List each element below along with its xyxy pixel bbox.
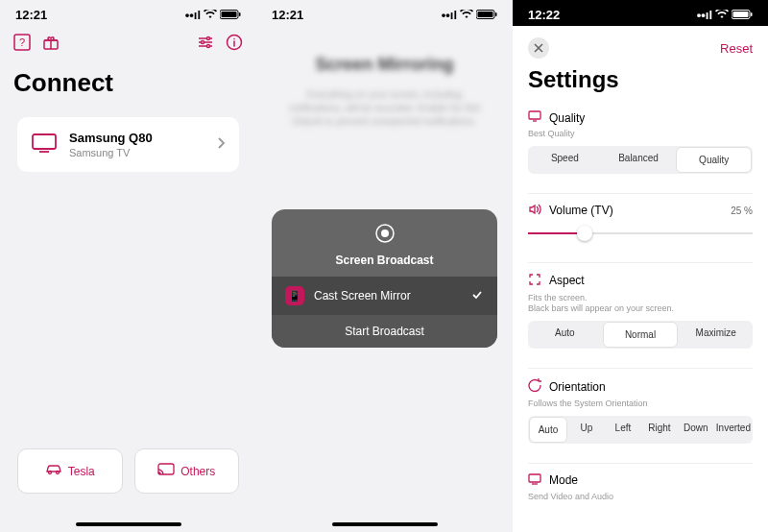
- divider: [528, 262, 753, 263]
- aspect-icon: [528, 273, 541, 289]
- connect-screen: 12:21 ••ıl ? Con: [0, 0, 256, 532]
- record-icon: [272, 223, 497, 248]
- gift-icon[interactable]: [42, 34, 60, 55]
- orient-opt-inverted[interactable]: Inverted: [714, 416, 753, 444]
- broadcast-title: Screen Broadcast: [272, 254, 497, 267]
- svg-text:?: ?: [19, 36, 25, 48]
- divider: [528, 368, 753, 369]
- quality-sub: Best Quality: [528, 129, 753, 140]
- recording-notice: Everything on your screen, including not…: [285, 88, 484, 129]
- cast-icon: [157, 463, 175, 479]
- settings-screen: 12:22 ••ıl Reset Settings Quality Best Q…: [513, 0, 768, 532]
- status-time: 12:21: [272, 8, 303, 22]
- status-bar: 12:21 ••ıl: [0, 0, 256, 26]
- wifi-icon: [460, 8, 473, 22]
- quality-opt-quality[interactable]: Quality: [676, 147, 752, 173]
- page-title: Connect: [0, 62, 256, 109]
- tesla-button[interactable]: Tesla: [17, 448, 123, 494]
- divider: [528, 193, 753, 194]
- volume-label: Volume (TV): [549, 204, 613, 217]
- volume-value: 25 %: [731, 206, 753, 216]
- background-blur: Screen Mirroring Everything on your scre…: [256, 26, 513, 129]
- reset-button[interactable]: Reset: [720, 41, 753, 56]
- device-card[interactable]: Samsung Q80 Samsung TV: [17, 117, 239, 172]
- broadcast-screen: 12:21 ••ıl Screen Mirroring Everything o…: [256, 0, 513, 532]
- app-icon: 📱: [285, 286, 304, 305]
- orient-opt-right[interactable]: Right: [641, 416, 678, 444]
- orientation-section: Orientation Follows the System Orientati…: [513, 360, 768, 455]
- status-bar: 12:22 ••ıl: [513, 0, 768, 26]
- aspect-section: Aspect Fits the screen. Black bars will …: [513, 254, 768, 360]
- svg-rect-24: [529, 474, 540, 482]
- svg-point-11: [48, 472, 51, 474]
- svg-point-19: [381, 230, 389, 237]
- blur-title: Screen Mirroring: [285, 55, 484, 75]
- orient-opt-auto[interactable]: Auto: [529, 417, 567, 443]
- quality-section: Quality Best Quality Speed Balanced Qual…: [513, 107, 768, 185]
- svg-rect-10: [33, 134, 56, 149]
- volume-section: Volume (TV) 25 %: [513, 185, 768, 254]
- volume-slider[interactable]: [528, 224, 753, 243]
- svg-rect-22: [751, 12, 753, 16]
- aspect-opt-normal[interactable]: Normal: [603, 322, 679, 348]
- home-indicator: [332, 522, 438, 526]
- svg-point-12: [56, 472, 59, 474]
- slider-knob[interactable]: [577, 226, 592, 241]
- help-icon[interactable]: ?: [13, 34, 31, 55]
- home-indicator: [76, 522, 181, 526]
- divider: [528, 463, 753, 464]
- device-type: Samsung TV: [69, 147, 204, 158]
- toolbar: ?: [0, 26, 256, 62]
- orientation-segment: Auto Up Left Right Down Inverted: [528, 416, 753, 444]
- settings-title: Settings: [513, 64, 768, 107]
- battery-icon: [220, 8, 241, 22]
- close-button[interactable]: [528, 37, 549, 59]
- filter-icon[interactable]: [197, 34, 214, 55]
- others-button[interactable]: Others: [134, 448, 240, 494]
- wifi-icon: [715, 8, 729, 22]
- device-info: Samsung Q80 Samsung TV: [69, 131, 204, 158]
- svg-rect-13: [158, 464, 174, 474]
- car-icon: [45, 464, 62, 478]
- status-right: ••ıl: [697, 8, 753, 22]
- orientation-sub: Follows the System Orientation: [528, 399, 753, 410]
- mode-label: Mode: [549, 473, 578, 487]
- aspect-sub: Fits the screen. Black bars will appear …: [528, 293, 753, 315]
- status-bar: 12:21 ••ıl: [256, 0, 513, 26]
- volume-icon: [528, 204, 541, 218]
- mode-sub: Send Video and Audio: [528, 492, 753, 503]
- others-label: Others: [180, 465, 215, 478]
- svg-rect-2: [239, 12, 241, 16]
- status-right: ••ıl: [185, 8, 241, 22]
- aspect-segment: Auto Normal Maximize: [528, 321, 753, 349]
- svg-point-7: [202, 41, 204, 44]
- mode-icon: [528, 473, 541, 488]
- svg-point-6: [207, 37, 210, 40]
- orient-opt-left[interactable]: Left: [605, 416, 641, 444]
- chevron-right-icon: [216, 136, 226, 154]
- quality-segment: Speed Balanced Quality: [528, 146, 753, 174]
- cellular-icon: ••ıl: [185, 8, 201, 22]
- quality-opt-balanced[interactable]: Balanced: [602, 146, 676, 174]
- status-right: ••ıl: [442, 8, 497, 22]
- broadcast-app-row[interactable]: 📱 Cast Screen Mirror: [272, 277, 497, 315]
- cellular-icon: ••ıl: [697, 8, 712, 22]
- orientation-icon: [528, 378, 541, 395]
- info-icon[interactable]: [226, 34, 243, 55]
- status-time: 12:22: [528, 8, 560, 22]
- aspect-label: Aspect: [549, 274, 585, 287]
- device-name: Samsung Q80: [69, 131, 204, 145]
- aspect-opt-auto[interactable]: Auto: [528, 321, 602, 349]
- wifi-icon: [204, 8, 217, 22]
- quality-label: Quality: [549, 111, 585, 125]
- orient-opt-down[interactable]: Down: [678, 416, 714, 444]
- orient-opt-up[interactable]: Up: [568, 416, 605, 444]
- start-broadcast-button[interactable]: Start Broadcast: [272, 315, 497, 348]
- orientation-label: Orientation: [549, 380, 606, 394]
- aspect-opt-maximize[interactable]: Maximize: [679, 321, 753, 349]
- svg-rect-21: [733, 12, 749, 17]
- mode-section: Mode Send Video and Audio: [513, 455, 768, 520]
- svg-point-8: [207, 45, 210, 48]
- tv-icon: [31, 133, 58, 157]
- quality-opt-speed[interactable]: Speed: [528, 146, 602, 174]
